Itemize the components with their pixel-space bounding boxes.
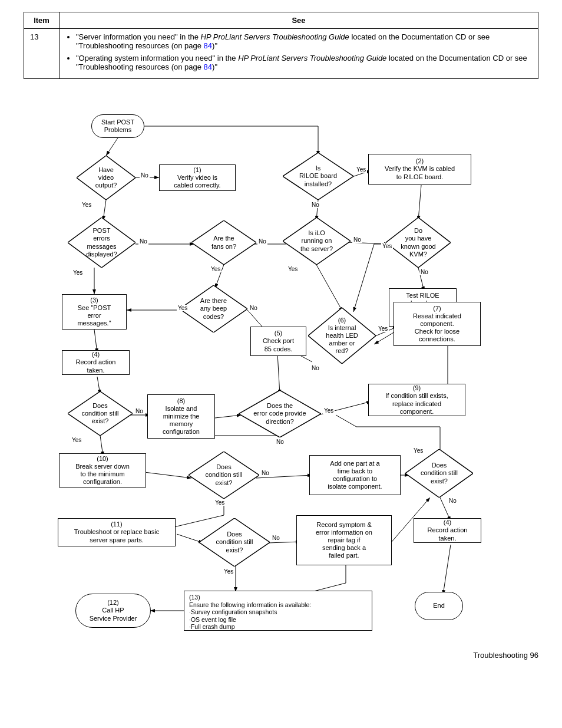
label-ilo-yes: Yes [287,266,299,272]
node-d8: Doescondition stillexist? [199,518,270,566]
node-p12: (12)Call HPService Provider [75,594,151,628]
node-p-rec: Record symptom &error information onrepa… [296,515,392,565]
node-end-label: End [433,602,445,610]
label-d8-no: No [271,535,281,541]
label-d4-yes: Yes [177,305,189,311]
node-p2: (2)Verify the KVM is cabledto RILOE boar… [368,154,471,185]
node-d4: Are thereany beepcodes? [180,285,247,332]
reference-table: Item See 13 "Server information you need… [24,12,538,79]
node-d-ilo: Is iLOrunning onthe server? [283,218,351,265]
node-d6: Does theerror code providedirection? [239,390,321,437]
svg-line-20 [144,472,191,478]
label-kvm-yes: Yes [381,243,393,249]
label-d2-no: No [138,238,148,245]
node-d-cond2: Doescondition stillexist? [405,449,473,498]
flowchart: Start POSTProblems Havevideooutput? No Y… [24,97,538,639]
node-d3: Are thefans on? [191,220,256,265]
label-riloe-yes: Yes [355,166,367,173]
footer-text: Troubleshooting 96 [473,651,538,660]
node-p3: (3)See "POSTerrormessages." [62,294,127,330]
label-d6-no: No [275,439,285,445]
col-header-item: Item [24,12,59,29]
svg-line-27 [336,415,356,427]
svg-line-43 [316,265,343,312]
label-d5-yes: Yes [71,437,82,443]
svg-line-46 [353,244,374,312]
node-d5: Doescondition stillexist? [68,391,133,436]
svg-line-15 [215,415,242,418]
label-health-yes: Yes [377,325,389,332]
item-number: 13 [24,29,59,79]
label-d8-yes: Yes [223,568,234,575]
node-p1: (1)Verify video iscabled correctly. [159,164,236,191]
label-kvm-no: No [419,269,429,275]
col-header-see: See [59,12,538,29]
label-riloe-no: No [310,202,320,208]
label-d1-no: No [140,172,150,179]
node-start-label: Start POSTProblems [101,118,134,134]
svg-line-41 [418,185,421,220]
node-p10: (10)Break server downto the minimumconfi… [59,453,146,487]
label-d3-no: No [257,238,267,245]
label-dcond2-yes: Yes [412,447,424,454]
label-d1-yes: Yes [81,202,92,208]
node-p4b: (4)Record actiontaken. [414,518,481,543]
label-d4-no: No [249,305,259,311]
node-d2: POSTerrorsmessagesdisplayed? [68,218,135,268]
node-p11: (11)Troubleshoot or replace basicserver … [58,518,176,546]
node-p8: (8)Isolate andminimize thememoryconfigur… [147,394,215,439]
node-start: Start POSTProblems [91,114,144,138]
page-footer: Troubleshooting 96 [24,651,538,660]
node-p5: (5)Check port85 codes. [250,327,306,356]
node-d-kvm: Doyou haveknown goodKVM? [386,218,451,268]
label-d7-yes: Yes [214,499,226,506]
node-end: End [415,592,463,620]
item-content: "Server information you need" in the HP … [59,29,538,79]
label-d5-no: No [134,408,144,414]
node-p-add: Add one part at atime back toconfigurati… [309,455,401,495]
label-health-no: No [310,365,320,371]
svg-line-6 [94,330,97,353]
node-d1: Havevideooutput? [77,156,135,200]
svg-line-1 [106,138,118,156]
label-d7-no: No [260,470,270,476]
node-p9: (9)If condition still exists,replace ind… [368,384,465,416]
node-d-health: (6)Is internalhealth LEDamber orred? [308,308,376,364]
label-dcond2-no: No [448,498,458,504]
node-p4: (4)Record actiontaken. [62,350,130,375]
svg-line-35 [443,545,451,595]
label-d3-yes: Yes [210,266,222,272]
node-d-riloe: IsRILOE boardinstalled? [283,153,353,200]
svg-line-30 [268,542,300,543]
node-p7: (7)Reseat indicatedcomponent.Check for l… [394,302,481,346]
label-ilo-no: No [352,236,362,243]
label-d2-yes: Yes [72,269,84,276]
node-p13: (13)Ensure the following information is … [184,591,372,631]
label-d6-yes: Yes [323,407,335,414]
node-d7: Doescondition stillexist? [189,452,259,499]
